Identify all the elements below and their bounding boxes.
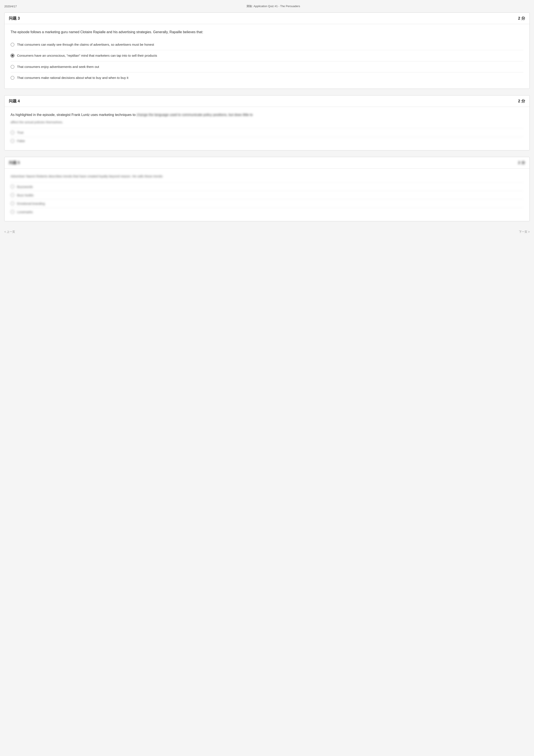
question-3-points: 2 分 bbox=[518, 16, 525, 21]
option-c-label: That consumers enjoy advertisements and … bbox=[17, 65, 99, 69]
question-4-options: True False bbox=[11, 128, 523, 145]
question-4-card: 问题 4 2 分 As highlighted in the episode, … bbox=[4, 95, 530, 150]
question-4-option-true[interactable]: True bbox=[11, 128, 523, 137]
option-true-label: True bbox=[17, 131, 23, 134]
question-4-text-blurred: affect the actual policies themselves. bbox=[11, 120, 523, 125]
question-3-header: 问题 3 2 分 bbox=[5, 13, 529, 24]
date-label: 2020/4/17 bbox=[4, 5, 17, 8]
question-5-option-d[interactable]: Lovemarks bbox=[11, 207, 523, 216]
question-5-body: Advertiser Naomi Roberts describes trend… bbox=[5, 169, 529, 221]
question-4-body: As highlighted in the episode, strategis… bbox=[5, 107, 529, 150]
question-3-option-a[interactable]: That consumers can easily see through th… bbox=[11, 39, 523, 50]
prev-page-link[interactable]: < 上一页 bbox=[4, 230, 15, 234]
option-q5-a-label: Buzzwords bbox=[17, 185, 33, 189]
question-5-card: 问题 5 2 分 Advertiser Naomi Roberts descri… bbox=[4, 157, 530, 221]
question-5-options: Buzzwords Buzz builds Emotional branding… bbox=[11, 182, 523, 216]
option-a-label: That consumers can easily see through th… bbox=[17, 42, 154, 47]
question-4-points: 2 分 bbox=[518, 98, 525, 104]
question-3-option-c[interactable]: That consumers enjoy advertisements and … bbox=[11, 61, 523, 72]
radio-q5-a[interactable] bbox=[11, 185, 14, 189]
option-false-label: False bbox=[17, 139, 25, 143]
footer-navigation: < 上一页 下一页 > bbox=[4, 228, 530, 236]
radio-b[interactable] bbox=[11, 54, 14, 58]
option-q5-d-label: Lovemarks bbox=[17, 210, 33, 214]
radio-c[interactable] bbox=[11, 65, 14, 69]
radio-q5-d[interactable] bbox=[11, 210, 14, 214]
option-q5-b-label: Buzz builds bbox=[17, 193, 34, 197]
question-4-number: 问题 4 bbox=[9, 98, 20, 104]
question-3-card: 问题 3 2 分 The episode follows a marketing… bbox=[4, 13, 530, 89]
question-4-header: 问题 4 2 分 bbox=[5, 95, 529, 107]
question-5-number: 问题 5 bbox=[9, 160, 20, 165]
radio-true[interactable] bbox=[11, 131, 14, 134]
question-5-points: 2 分 bbox=[518, 160, 525, 165]
radio-q5-b[interactable] bbox=[11, 193, 14, 197]
question-5-header: 问题 5 2 分 bbox=[5, 157, 529, 169]
page-title: 测验: Application Quiz #1 - The Persuaders bbox=[246, 4, 300, 8]
question-3-options: That consumers can easily see through th… bbox=[11, 39, 523, 83]
question-3-text: The episode follows a marketing guru nam… bbox=[11, 29, 523, 35]
option-q5-c-label: Emotional branding bbox=[17, 202, 45, 205]
radio-q5-c[interactable] bbox=[11, 202, 14, 205]
question-4-text-visible: As highlighted in the episode, strategis… bbox=[11, 112, 523, 118]
question-3-number: 问题 3 bbox=[9, 16, 20, 21]
question-5-option-c[interactable]: Emotional branding bbox=[11, 199, 523, 207]
option-b-label: Consumers have an unconscious, "reptilia… bbox=[17, 53, 157, 58]
question-5-option-b[interactable]: Buzz builds bbox=[11, 191, 523, 199]
question-4-option-false[interactable]: False bbox=[11, 137, 523, 145]
next-page-link[interactable]: 下一页 > bbox=[519, 230, 530, 234]
question-3-option-d[interactable]: That consumers make rational decisions a… bbox=[11, 72, 523, 83]
page-header: 2020/4/17 测验: Application Quiz #1 - The … bbox=[4, 4, 530, 8]
question-3-body: The episode follows a marketing guru nam… bbox=[5, 24, 529, 89]
radio-a[interactable] bbox=[11, 43, 14, 46]
radio-false[interactable] bbox=[11, 139, 14, 143]
question-5-option-a[interactable]: Buzzwords bbox=[11, 182, 523, 191]
question-3-option-b[interactable]: Consumers have an unconscious, "reptilia… bbox=[11, 50, 523, 61]
radio-d[interactable] bbox=[11, 76, 14, 80]
question-5-text: Advertiser Naomi Roberts describes trend… bbox=[11, 174, 523, 179]
option-d-label: That consumers make rational decisions a… bbox=[17, 75, 128, 80]
